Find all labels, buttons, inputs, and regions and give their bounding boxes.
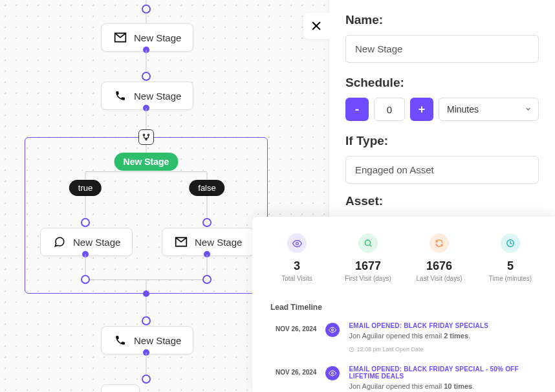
increment-button[interactable]: +	[410, 98, 433, 121]
eye-icon	[325, 323, 340, 337]
chevron-down-icon	[525, 104, 532, 114]
timeline-item[interactable]: NOV 26, 2024 EMAIL OPENED: BLACK FRIDAY …	[265, 322, 542, 353]
schedule-label: Schedule:	[345, 76, 539, 90]
asset-label: Asset:	[345, 194, 539, 208]
close-icon	[310, 19, 323, 32]
mail-icon	[174, 235, 188, 249]
branch-true-label: true	[69, 180, 102, 196]
eye-icon	[325, 366, 340, 380]
svg-point-8	[332, 373, 334, 375]
clock-icon	[501, 234, 520, 253]
branch-false-label: false	[189, 180, 224, 196]
mail-icon	[113, 30, 127, 45]
port-in[interactable]	[142, 5, 151, 14]
stat-first-visit: 1677 First Visit (days)	[336, 228, 400, 287]
name-label: Name:	[345, 13, 539, 27]
refresh-icon	[430, 234, 449, 253]
port-in[interactable]	[202, 218, 212, 227]
node-label: New Stage	[134, 32, 181, 43]
iftype-label: If Type:	[345, 134, 539, 148]
node-label: New Stage	[134, 91, 181, 102]
svg-point-2	[146, 138, 147, 140]
node-label: New Stage	[134, 335, 181, 346]
chat-icon	[52, 235, 67, 249]
stage-editor-panel: Name: New Stage Schedule: - + Minutes If…	[329, 0, 555, 229]
branch-icon	[138, 129, 154, 145]
port-join[interactable]	[202, 275, 212, 284]
port-in[interactable]	[142, 316, 151, 325]
phone-icon	[113, 333, 127, 347]
stat-last-visit: 1676 Last Visit (days)	[408, 228, 471, 287]
lead-overlay-panel: 3 Total Visits 1677 First Visit (days) 1…	[252, 217, 555, 392]
decrement-button[interactable]: -	[345, 98, 369, 121]
svg-point-0	[143, 134, 144, 135]
port-in[interactable]	[81, 218, 90, 227]
search-icon	[358, 234, 378, 253]
branch-label[interactable]: New Stage	[114, 153, 179, 171]
svg-point-6	[332, 329, 334, 331]
port-join[interactable]	[81, 275, 90, 284]
name-input[interactable]: New Stage	[345, 35, 539, 63]
stat-time: 5 Time (minutes)	[479, 228, 542, 287]
schedule-unit-select[interactable]: Minutes	[439, 98, 539, 121]
stage-node-partial[interactable]	[101, 384, 140, 392]
clock-icon	[349, 347, 354, 353]
timeline-item[interactable]: NOV 26, 2024 EMAIL OPENED: BLACK FRIDAY …	[265, 365, 542, 390]
port-in[interactable]	[142, 72, 151, 81]
svg-point-1	[147, 134, 149, 135]
phone-icon	[113, 89, 127, 103]
node-label: New Stage	[73, 237, 120, 248]
iftype-select[interactable]: Engaged on Asset	[345, 156, 539, 184]
stat-total-visits: 3 Total Visits	[265, 228, 329, 287]
port-out[interactable]	[143, 290, 149, 297]
schedule-input[interactable]	[374, 98, 405, 121]
node-label: New Stage	[195, 237, 242, 248]
svg-point-3	[296, 242, 298, 245]
svg-point-4	[365, 240, 370, 245]
timeline-title: Lead Timeline	[270, 303, 542, 312]
eye-icon	[287, 234, 307, 253]
port-in[interactable]	[142, 375, 151, 384]
close-button[interactable]	[303, 13, 329, 39]
